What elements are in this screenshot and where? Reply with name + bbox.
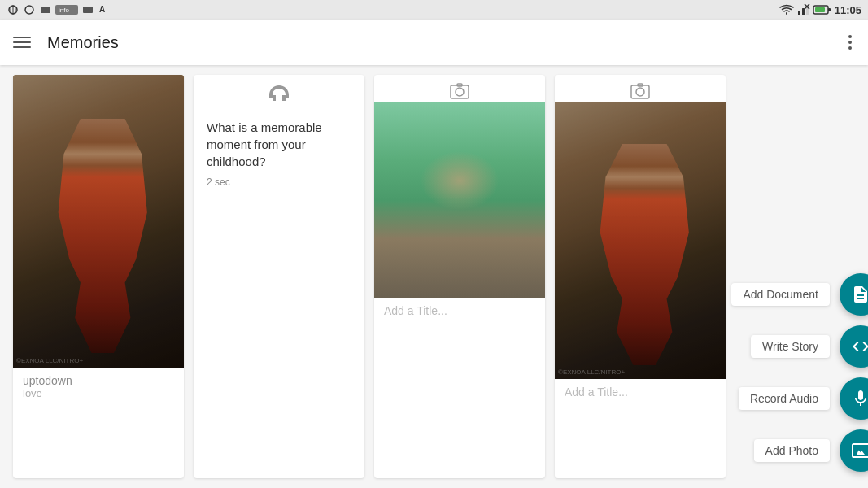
card-1-overlay [13,75,184,368]
write-story-label: Write Story [751,335,830,358]
add-photo-label: Add Photo [754,439,830,462]
card-3-image [374,102,545,298]
svg-rect-10 [802,8,805,15]
photo-icon-4 [555,75,726,102]
status-bar: info A 11:05 [0,0,868,20]
card-1-footer: uptodown love [13,368,184,406]
svg-rect-15 [828,8,831,11]
card-1-subtitle: love [23,387,174,399]
svg-rect-4 [41,7,50,13]
globe-icon [7,5,20,15]
svg-rect-16 [815,7,825,12]
fab-area: Add Document Write Story Record Audio [735,75,868,478]
image-icon [851,441,868,460]
status-left-icons: info A [7,5,111,15]
fab-row-photo: Add Photo [754,429,868,472]
signal-icon [797,4,810,15]
photo-icon-3 [374,75,545,102]
memory-card-1[interactable]: ©EXNOA LLC/NITRO+ uptodown love [13,75,184,478]
mic-icon [851,389,868,408]
cards-area: ©EXNOA LLC/NITRO+ uptodown love What is … [13,75,726,478]
app-bar: Memories [0,20,868,65]
svg-point-3 [25,6,33,14]
card-duration: 2 sec [207,176,351,188]
text-icon [851,337,868,356]
square-icon [39,5,52,15]
memory-card-2[interactable]: What is a memorable moment from your chi… [194,75,364,478]
write-story-button[interactable] [840,325,868,368]
app-title: Memories [47,33,845,52]
card-3-footer: Add a Title... [374,298,545,324]
card-1-title: uptodown [23,374,174,387]
add-document-label: Add Document [731,283,830,306]
svg-text:info: info [59,7,69,14]
card-4-overlay [555,102,726,379]
status-right-icons: 11:05 [779,4,861,16]
add-photo-button[interactable] [840,429,868,472]
clock: 11:05 [835,4,861,16]
document-icon [851,285,868,304]
svg-rect-7 [83,7,93,13]
svg-point-21 [636,88,644,96]
circle-icon [23,5,36,15]
add-document-button[interactable] [840,273,868,316]
svg-point-18 [456,88,464,96]
card-2-content: What is a memorable moment from your chi… [194,106,364,478]
card-question: What is a memorable moment from your chi… [207,119,351,170]
card-4-title-placeholder: Add a Title... [565,386,628,399]
fab-row-audio: Record Audio [739,377,868,420]
card-4-image: ©EXNOA LLC/NITRO+ [555,102,726,379]
record-audio-button[interactable] [840,377,868,420]
a-icon: A [98,5,111,15]
hamburger-menu-button[interactable] [13,37,31,48]
square2-icon [81,5,94,15]
card-4-footer: Add a Title... [555,379,726,405]
headphones-icon [194,75,364,106]
memory-card-4[interactable]: ©EXNOA LLC/NITRO+ Add a Title... [555,75,726,478]
info-icon: info [55,5,78,15]
card-1-image: ©EXNOA LLC/NITRO+ [13,75,184,368]
memory-card-3[interactable]: Add a Title... [374,75,545,478]
fab-row-story: Write Story [751,325,868,368]
fab-row-document: Add Document [731,273,868,316]
battery-icon [813,4,831,15]
wifi-icon [779,4,794,15]
card-3-title-placeholder: Add a Title... [384,304,447,317]
more-options-button[interactable] [845,32,855,53]
record-audio-label: Record Audio [739,387,830,410]
main-content: ©EXNOA LLC/NITRO+ uptodown love What is … [0,65,868,488]
svg-rect-9 [798,11,800,15]
svg-text:A: A [99,5,105,14]
